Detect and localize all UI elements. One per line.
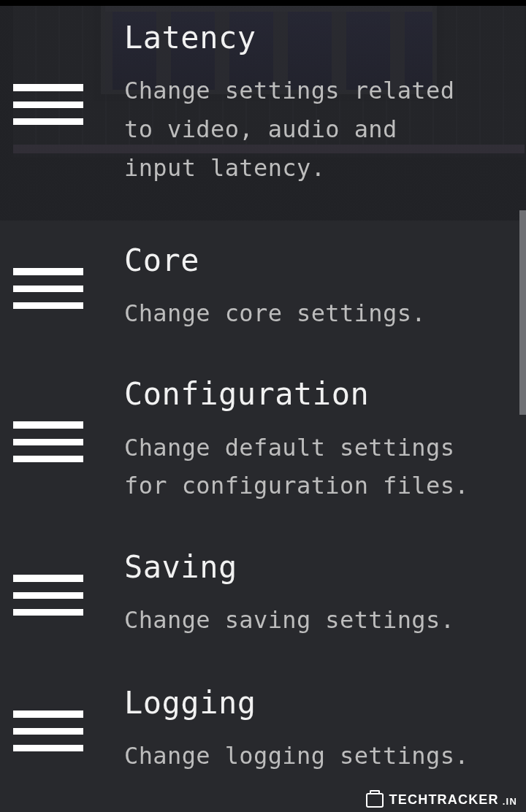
settings-item-title: Configuration [124, 378, 472, 410]
settings-item-latency[interactable]: Latency Change settings related to video… [0, 6, 526, 221]
settings-item-configuration[interactable]: Configuration Change default settings fo… [0, 356, 526, 527]
settings-item-text: Latency Change settings related to video… [124, 22, 501, 187]
menu-icon [13, 268, 83, 309]
menu-icon [13, 421, 83, 462]
settings-item-title: Core [124, 245, 472, 277]
settings-item-desc: Change default settings for configuratio… [124, 429, 472, 506]
menu-icon [13, 84, 83, 125]
settings-item-desc: Change saving settings. [124, 601, 472, 640]
watermark-text: TECHTRACKER [389, 792, 499, 808]
settings-item-desc: Change logging settings. [124, 737, 472, 775]
scrollbar-thumb[interactable] [519, 210, 526, 415]
settings-item-text: Saving Change saving settings. [124, 551, 501, 640]
status-bar [0, 0, 526, 6]
settings-item-saving[interactable]: Saving Change saving settings. [0, 527, 526, 663]
settings-item-desc: Change settings related to video, audio … [124, 72, 472, 187]
settings-item-title: Latency [124, 22, 472, 54]
settings-item-text: Logging Change logging settings. [124, 687, 501, 775]
watermark: TECHTRACKER .IN [366, 792, 517, 808]
settings-list: Latency Change settings related to video… [0, 6, 526, 799]
watermark-suffix: .IN [503, 796, 517, 807]
menu-icon [13, 575, 83, 616]
settings-item-core[interactable]: Core Change core settings. [0, 221, 526, 356]
menu-icon [13, 710, 83, 751]
watermark-icon [366, 793, 384, 808]
settings-item-logging[interactable]: Logging Change logging settings. [0, 663, 526, 799]
settings-item-text: Configuration Change default settings fo… [124, 378, 501, 505]
settings-item-text: Core Change core settings. [124, 245, 501, 333]
settings-item-desc: Change core settings. [124, 294, 472, 333]
settings-item-title: Logging [124, 687, 472, 719]
settings-item-title: Saving [124, 551, 472, 583]
